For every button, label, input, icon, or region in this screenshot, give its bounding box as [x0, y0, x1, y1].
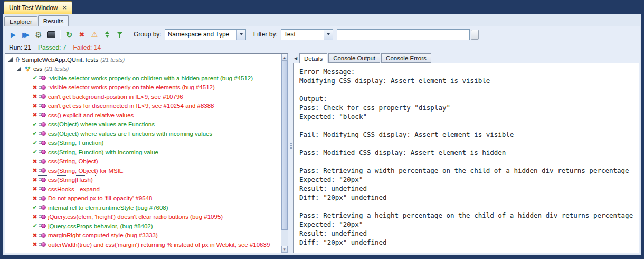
test-row[interactable]: ✖ cssHooks - expand	[5, 184, 281, 194]
filter-search-input[interactable]	[337, 29, 470, 40]
test-label: css(String, Function) with incoming valu…	[48, 149, 159, 155]
test-row[interactable]: ✔ css(String, Function)	[5, 138, 281, 148]
filter-apply-button[interactable]	[471, 30, 479, 40]
details-tab-strip: Details Console Output Console Errors	[299, 53, 432, 63]
run-all-button[interactable]: ▶▶	[20, 29, 32, 41]
test-label: jQuery.cssProps behavior, (bug #8402)	[48, 223, 154, 229]
test-label: css() explicit and relative values	[48, 112, 135, 118]
test-row[interactable]: ✖ Do not append px to 'fill-opacity' #95…	[5, 194, 281, 204]
filter-by-select[interactable]: Test	[281, 29, 333, 40]
test-label: outerWidth(true) and css('margin') retur…	[48, 242, 271, 248]
test-status-icon: ✔	[31, 122, 39, 127]
group-by-select[interactable]: Namespace and Type	[165, 29, 246, 40]
test-row[interactable]: ✖ can't get css for disconnected in IE<9…	[5, 101, 281, 111]
test-label: can't get css for disconnected in IE<9, …	[48, 103, 215, 109]
tab-scroll-left-icon[interactable]: ◀	[294, 56, 297, 61]
test-row[interactable]: ✖ css(String, Object)	[5, 157, 281, 166]
expander-icon[interactable]	[8, 57, 13, 62]
chevron-down-icon[interactable]	[324, 30, 333, 40]
tree-node-namespace[interactable]: {} SampleWebApp.QUnit.Tests (21 tests)	[5, 55, 281, 64]
panel-splitter[interactable]	[288, 53, 293, 253]
test-row[interactable]: ✖ can't get background-position in IE<9,…	[5, 92, 281, 101]
test-label: css(Object) where values are Functions w…	[48, 131, 213, 137]
test-status-icon: ✖	[31, 196, 39, 201]
filter-button[interactable]	[113, 29, 126, 41]
unit-test-window: Unit Test Window × Explorer Results ▶ ▶▶…	[0, 0, 644, 259]
test-label: :visible selector works properly on tabl…	[48, 84, 216, 90]
test-row[interactable]: ✔ css(String, Function) with incoming va…	[5, 147, 281, 157]
tab-console-errors[interactable]: Console Errors	[381, 53, 431, 63]
test-tree: {} SampleWebApp.QUnit.Tests (21 tests) c…	[5, 54, 281, 253]
show-failed-button[interactable]: ✖	[75, 29, 88, 41]
module-icon	[24, 66, 31, 72]
tree-node-css[interactable]: css (21 tests)	[5, 64, 281, 74]
test-label: marginRight computed style (bug #3333)	[48, 232, 159, 238]
scroll-up-button[interactable]: ▲	[281, 54, 288, 61]
tree-scrollbar[interactable]: ▲ ▼	[281, 54, 288, 253]
test-row[interactable]: ✖ css() explicit and relative values	[5, 110, 281, 120]
warning-icon: ⚠	[91, 31, 98, 38]
test-list: ✔ :visible selector works properly on ch…	[5, 73, 281, 249]
tab-details[interactable]: Details	[299, 53, 327, 63]
test-label: :visible selector works properly on chil…	[48, 75, 254, 81]
test-method-icon	[39, 232, 46, 239]
tab-console-errors-label: Console Errors	[386, 55, 427, 61]
close-icon[interactable]: ×	[62, 5, 67, 11]
refresh-button[interactable]: ↻	[63, 29, 75, 41]
test-row[interactable]: ✔ internal ref to elem.runtimeStyle (bug…	[5, 203, 281, 212]
scroll-down-button[interactable]: ▼	[281, 246, 288, 253]
scrollbar-thumb[interactable]	[281, 61, 288, 230]
test-method-icon	[39, 130, 46, 137]
test-label: css(String, Object)	[48, 158, 99, 164]
test-method-icon	[39, 204, 46, 211]
chevron-down-icon[interactable]	[236, 30, 245, 40]
tab-console-output[interactable]: Console Output	[328, 53, 380, 63]
test-status-icon: ✖	[31, 112, 39, 118]
test-method-icon	[39, 195, 46, 202]
test-row[interactable]: ✖ :visible selector works properly on ta…	[5, 83, 281, 92]
test-row[interactable]: ✔ :visible selector works properly on ch…	[5, 73, 281, 83]
test-row[interactable]: ✔ css(Object) where values are Functions	[5, 120, 281, 130]
test-label: cssHooks - expand	[48, 186, 101, 192]
status-bar: Run: 21 Passed: 7 Failed: 14	[9, 44, 101, 52]
view-tab-strip: Explorer Results	[4, 15, 69, 26]
test-status-icon: ✖	[31, 214, 39, 220]
expander-icon[interactable]	[16, 67, 21, 71]
tab-explorer[interactable]: Explorer	[4, 16, 37, 26]
test-status-icon: ✖	[31, 177, 39, 183]
test-status-icon: ✖	[31, 85, 39, 90]
up-down-arrows-icon	[105, 31, 109, 38]
settings-button[interactable]: ⚙	[32, 29, 45, 41]
run-test-button[interactable]: ▶	[7, 29, 20, 41]
test-row[interactable]: ✖ css(String, Object) for MSIE	[5, 166, 281, 175]
scroll-down-icon: ▼	[283, 248, 286, 251]
run-count: Run: 21	[9, 44, 31, 52]
test-row[interactable]: ✖ jQuery.css(elem, 'height') doesn't cle…	[5, 212, 281, 222]
test-row[interactable]: ✖ outerWidth(true) and css('margin') ret…	[5, 240, 281, 249]
play-icon: ▶	[11, 31, 16, 38]
group-by-value: Namespace and Type	[165, 30, 236, 40]
tab-results[interactable]: Results	[38, 15, 69, 26]
browser-button[interactable]	[45, 29, 58, 41]
test-tree-panel: {} SampleWebApp.QUnit.Tests (21 tests) c…	[5, 53, 288, 253]
window-title: Unit Test Window	[9, 4, 58, 12]
test-status-icon: ✖	[31, 103, 39, 109]
show-warnings-button[interactable]: ⚠	[88, 29, 101, 41]
test-status-icon: ✔	[31, 149, 39, 155]
test-row[interactable]: ✖ marginRight computed style (bug #3333)	[5, 231, 281, 240]
browser-icon	[47, 31, 55, 38]
test-method-icon	[39, 84, 46, 91]
test-row[interactable]: ✔ css(Object) where values are Functions…	[5, 129, 281, 138]
tab-explorer-label: Explorer	[10, 18, 32, 25]
test-row[interactable]: ✔ jQuery.cssProps behavior, (bug #8402)	[5, 221, 281, 231]
expand-collapse-button[interactable]	[101, 29, 113, 41]
splitter-grip-icon	[290, 143, 292, 144]
module-label: css	[33, 66, 42, 72]
test-label: css(String|Hash)	[48, 177, 94, 183]
test-method-icon	[39, 167, 46, 174]
test-method-icon	[39, 241, 46, 248]
test-method-icon	[39, 112, 46, 118]
doc-tab-unit-test-window[interactable]: Unit Test Window ×	[4, 1, 72, 14]
test-row[interactable]: ✖ css(String|Hash)	[5, 175, 281, 185]
test-method-icon	[39, 158, 46, 165]
